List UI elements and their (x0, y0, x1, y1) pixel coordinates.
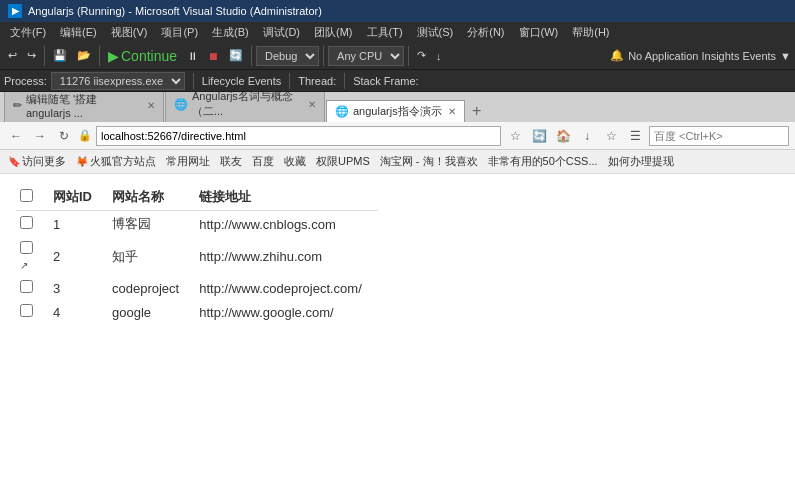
bookmark-taobao-label: 淘宝网 - 淘！我喜欢 (380, 154, 478, 169)
menu-project[interactable]: 项目(P) (155, 23, 204, 42)
bookmark-taobao[interactable]: 淘宝网 - 淘！我喜欢 (376, 153, 482, 170)
row-id-3: 3 (49, 276, 108, 300)
step-over-button[interactable]: ↷ (413, 47, 430, 64)
settings-button[interactable]: ☰ (625, 126, 645, 146)
menu-window[interactable]: 窗口(W) (513, 23, 565, 42)
table-row: 1 博客园 http://www.cnblogs.com (16, 211, 378, 238)
bookmark-css[interactable]: 非常有用的50个CSS... (484, 153, 602, 170)
row-checkbox-cell (16, 276, 49, 300)
bookmark-btn[interactable]: ☆ (601, 126, 621, 146)
menu-analyze[interactable]: 分析(N) (461, 23, 510, 42)
tab-concepts-close[interactable]: ✕ (308, 99, 316, 110)
bookmark-upms-label: 权限UPMS (316, 154, 370, 169)
download-button[interactable]: ↓ (577, 126, 597, 146)
bookmark-firefox[interactable]: 🦊 火狐官方站点 (72, 153, 160, 170)
bookmark-lianyou-label: 联友 (220, 154, 242, 169)
forward-button[interactable]: → (30, 126, 50, 146)
bookmark-tixian-label: 如何办理提现 (608, 154, 674, 169)
toolbar: ↩ ↪ 💾 📂 ▶ Continue ⏸ ⏹ 🔄 Debug Any CPU ↷… (0, 42, 795, 70)
bookmark-firefox-label: 火狐官方站点 (90, 154, 156, 169)
row-url-3: http://www.codeproject.com/ (195, 276, 378, 300)
select-all-checkbox[interactable] (20, 189, 33, 202)
tab-editpost[interactable]: ✏ 编辑随笔 '搭建angularjs ... ✕ (4, 92, 164, 122)
toolbar-separator-2 (99, 46, 100, 66)
pause-button[interactable]: ⏸ (183, 48, 202, 64)
tab-directive-icon: 🌐 (335, 105, 349, 118)
process-bar: Process: 11276 iisexpress.exe Lifecycle … (0, 70, 795, 92)
vs-icon: ▶ (8, 4, 22, 18)
header-url: 链接地址 (195, 184, 378, 211)
tab-directive[interactable]: 🌐 angularjs指令演示 ✕ (326, 100, 465, 122)
menu-test[interactable]: 测试(S) (411, 23, 460, 42)
open-button[interactable]: 📂 (73, 47, 95, 64)
bookmark-shoucang-label: 收藏 (284, 154, 306, 169)
undo-button[interactable]: ↩ (4, 47, 21, 64)
row-name-2: 知乎 (108, 237, 195, 276)
address-bar: ← → ↻ 🔒 ☆ 🔄 🏠 ↓ ☆ ☰ (0, 122, 795, 150)
continue-button[interactable]: ▶ Continue (104, 46, 181, 66)
menu-team[interactable]: 团队(M) (308, 23, 359, 42)
process-sep-1 (193, 73, 194, 89)
new-tab-button[interactable]: + (466, 100, 488, 122)
bookmark-common[interactable]: 常用网址 (162, 153, 214, 170)
row-name-4: google (108, 300, 195, 324)
row-checkbox-cell (16, 300, 49, 324)
insights-label: No Application Insights Events (628, 50, 776, 62)
table-row: 3 codeproject http://www.codeproject.com… (16, 276, 378, 300)
menu-view[interactable]: 视图(V) (105, 23, 154, 42)
row-checkbox-3[interactable] (20, 280, 33, 293)
tab-directive-close[interactable]: ✕ (448, 106, 456, 117)
bookmark-upms[interactable]: 权限UPMS (312, 153, 374, 170)
no-insights-banner: 🔔 No Application Insights Events ▼ (610, 49, 791, 62)
bookmark-baidu[interactable]: 百度 (248, 153, 278, 170)
lock-icon: 🔒 (78, 129, 92, 142)
address-input[interactable] (96, 126, 501, 146)
menu-build[interactable]: 生成(B) (206, 23, 255, 42)
row-checkbox-2[interactable] (20, 241, 33, 254)
insights-dropdown-icon[interactable]: ▼ (780, 50, 791, 62)
table-header-row: 网站ID 网站名称 链接地址 (16, 184, 378, 211)
row-checkbox-4[interactable] (20, 304, 33, 317)
website-table: 网站ID 网站名称 链接地址 1 博客园 http://www.cnblogs.… (16, 184, 378, 324)
cpu-dropdown[interactable]: Any CPU (328, 46, 404, 66)
tab-angularjs-concepts[interactable]: 🌐 Angularjs名词与概念（二... ✕ (165, 92, 325, 122)
menu-bar: 文件(F) 编辑(E) 视图(V) 项目(P) 生成(B) 调试(D) 团队(M… (0, 22, 795, 42)
table-row: ↗ 2 知乎 http://www.zhihu.com (16, 237, 378, 276)
save-button[interactable]: 💾 (49, 47, 71, 64)
process-label: Process: (4, 75, 47, 87)
row-id-2: 2 (49, 237, 108, 276)
menu-help[interactable]: 帮助(H) (566, 23, 615, 42)
bookmark-lianyou[interactable]: 联友 (216, 153, 246, 170)
menu-edit[interactable]: 编辑(E) (54, 23, 103, 42)
row-checkbox-1[interactable] (20, 216, 33, 229)
bookmark-shoucang[interactable]: 收藏 (280, 153, 310, 170)
bookmark-tixian[interactable]: 如何办理提现 (604, 153, 678, 170)
bookmark-more[interactable]: 🔖 访问更多 (4, 153, 70, 170)
menu-debug[interactable]: 调试(D) (257, 23, 306, 42)
bookmark-common-label: 常用网址 (166, 154, 210, 169)
search-input[interactable] (649, 126, 789, 146)
star-button[interactable]: ☆ (505, 126, 525, 146)
refresh-button[interactable]: ↻ (54, 126, 74, 146)
debug-dropdown[interactable]: Debug (256, 46, 319, 66)
tab-bar: ✏ 编辑随笔 '搭建angularjs ... ✕ 🌐 Angularjs名词与… (0, 92, 795, 122)
row-url-4: http://www.google.com/ (195, 300, 378, 324)
menu-tools[interactable]: 工具(T) (361, 23, 409, 42)
restart-button[interactable]: 🔄 (225, 47, 247, 64)
tab-directive-label: angularjs指令演示 (353, 104, 442, 119)
back-button[interactable]: ← (6, 126, 26, 146)
menu-file[interactable]: 文件(F) (4, 23, 52, 42)
tab-editpost-close[interactable]: ✕ (147, 100, 155, 111)
header-checkbox (16, 184, 49, 211)
process-dropdown[interactable]: 11276 iisexpress.exe (51, 72, 185, 90)
toolbar-separator-1 (44, 46, 45, 66)
step-into-button[interactable]: ↓ (432, 48, 446, 64)
refresh-btn2[interactable]: 🔄 (529, 126, 549, 146)
home-button[interactable]: 🏠 (553, 126, 573, 146)
insights-icon: 🔔 (610, 49, 624, 62)
table-row: 4 google http://www.google.com/ (16, 300, 378, 324)
thread-label: Thread: (298, 75, 336, 87)
process-sep-2 (289, 73, 290, 89)
stop-button[interactable]: ⏹ (204, 48, 223, 64)
redo-button[interactable]: ↪ (23, 47, 40, 64)
